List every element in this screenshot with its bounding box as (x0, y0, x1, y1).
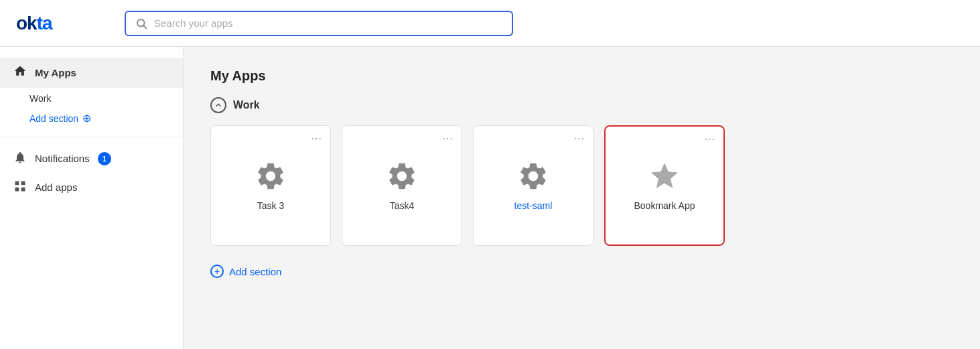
app-card-test-saml[interactable]: ··· test-saml (473, 125, 593, 246)
header: okta (0, 0, 980, 47)
sidebar-my-apps-label: My Apps (35, 67, 76, 78)
app-card-task4[interactable]: ··· Task4 (342, 125, 462, 246)
home-icon (13, 64, 27, 81)
app-card-bookmark-app[interactable]: ··· Bookmark App (604, 125, 725, 246)
main-layout: My Apps Work Add section ⊕ Notifications… (0, 47, 980, 349)
sidebar: My Apps Work Add section ⊕ Notifications… (0, 47, 184, 349)
app-grid: ··· Task 3 ··· Task4 ··· test (210, 125, 953, 246)
app-name-bookmark-app: Bookmark App (634, 200, 695, 211)
app-card-menu-test-saml[interactable]: ··· (574, 133, 585, 145)
add-section-label: Add section (229, 266, 281, 277)
sidebar-add-section-label: Add section (29, 113, 78, 124)
sidebar-notifications[interactable]: Notifications 1 (0, 144, 183, 173)
subsection-header: Work (210, 97, 953, 113)
bell-icon (13, 151, 27, 166)
gear-icon-test-saml (517, 160, 549, 192)
sidebar-notifications-label: Notifications (35, 153, 90, 164)
page-title: My Apps (210, 68, 953, 84)
search-icon (135, 17, 147, 29)
sidebar-add-section[interactable]: Add section ⊕ (0, 107, 183, 130)
sidebar-work-section[interactable]: Work (0, 88, 183, 107)
add-section-plus-icon: + (210, 265, 224, 278)
sidebar-divider (0, 137, 183, 137)
search-input[interactable] (154, 17, 502, 29)
search-wrapper (125, 11, 513, 36)
okta-logo: okta (16, 13, 103, 34)
notification-count-badge: 1 (98, 152, 111, 165)
app-name-task3: Task 3 (257, 200, 284, 211)
app-card-task3[interactable]: ··· Task 3 (210, 125, 331, 246)
svg-line-1 (143, 25, 146, 28)
sidebar-add-apps-label: Add apps (35, 182, 77, 193)
app-name-task4: Task4 (390, 200, 415, 211)
sidebar-add-section-plus-icon: ⊕ (82, 112, 91, 125)
add-section-footer[interactable]: + Add section (210, 265, 953, 278)
app-card-menu-task4[interactable]: ··· (443, 133, 453, 145)
app-name-test-saml[interactable]: test-saml (514, 200, 553, 211)
star-icon-bookmark (648, 160, 681, 192)
gear-icon-task4 (386, 160, 418, 192)
subsection-title: Work (233, 99, 260, 111)
app-card-menu-bookmark[interactable]: ··· (705, 133, 715, 145)
sidebar-item-my-apps[interactable]: My Apps (0, 58, 183, 88)
collapse-icon[interactable] (210, 97, 226, 113)
search-box (125, 11, 513, 36)
content-area: My Apps Work ··· Task 3 ··· (184, 47, 980, 349)
app-card-menu-task3[interactable]: ··· (311, 133, 322, 145)
sidebar-add-apps[interactable]: Add apps (0, 173, 183, 202)
gear-icon-task3 (255, 160, 287, 192)
grid-icon (13, 180, 27, 195)
